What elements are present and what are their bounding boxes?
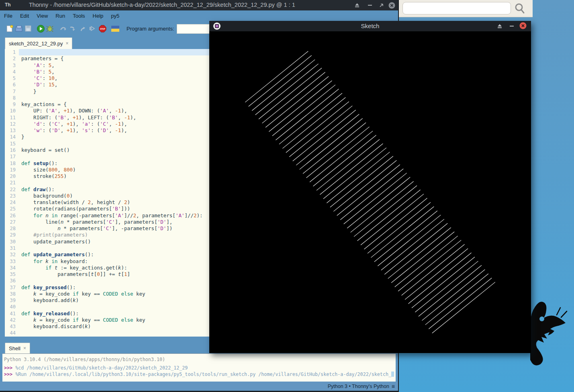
sketch-canvas[interactable] — [209, 31, 531, 353]
step-out-icon — [79, 24, 87, 33]
shell-line: >>> %cd /home/villares/GitHub/sketch-a-d… — [4, 365, 396, 372]
menu-file[interactable]: File — [4, 13, 12, 19]
line-number: 17 — [5, 153, 19, 160]
shell-tab-close-icon[interactable]: × — [23, 345, 26, 351]
mouse-silhouette — [530, 297, 574, 378]
line-number: 44 — [5, 330, 19, 336]
line-number: 11 — [5, 114, 19, 121]
desktop: Th Thonny - /home/villares/GitHub/sketch… — [0, 0, 574, 392]
svg-text:STOP: STOP — [100, 28, 105, 30]
line-number: 24 — [5, 199, 19, 206]
line-number: 23 — [5, 193, 19, 199]
program-arguments-label: Program arguments: — [127, 26, 174, 32]
menu-tools[interactable]: Tools — [73, 13, 85, 19]
save-file-icon — [24, 24, 32, 33]
search-icon[interactable] — [514, 3, 525, 14]
editor-tab-label: sketch_2022_12_29.py — [9, 41, 63, 47]
interpreter-status[interactable]: Python 3 • Thonny's Python — [328, 384, 389, 389]
close-icon[interactable] — [388, 2, 395, 8]
line-number: 30 — [5, 239, 19, 245]
debug-script-icon[interactable] — [46, 24, 54, 33]
line-number: 37 — [5, 284, 19, 291]
thonny-titlebar[interactable]: Th Thonny - /home/villares/GitHub/sketch… — [0, 0, 398, 10]
line-number: 2 — [5, 55, 19, 62]
line-number: 26 — [5, 212, 19, 219]
step-into-icon — [69, 24, 77, 33]
line-number: 8 — [5, 95, 19, 101]
line-number: 25 — [5, 206, 19, 212]
line-number: 6 — [5, 82, 19, 88]
line-number: 34 — [5, 265, 19, 271]
line-number: 39 — [5, 297, 19, 304]
thonny-app-icon: Th — [5, 2, 11, 8]
hatch-lines — [209, 31, 531, 353]
stop-reset-icon[interactable]: STOP — [98, 24, 106, 33]
menu-view[interactable]: View — [37, 13, 48, 19]
ukraine-flag-icon[interactable] — [111, 24, 119, 33]
line-number: 22 — [5, 186, 19, 193]
line-number: 21 — [5, 180, 19, 186]
shell-tab-label: Shell — [9, 345, 20, 351]
menu-edit[interactable]: Edit — [20, 13, 29, 19]
menu-py5[interactable]: py5 — [111, 13, 119, 19]
line-number: 3 — [5, 62, 19, 69]
menu-bar: FileEditViewRunToolsHelppy5 — [0, 10, 398, 21]
tab-shell[interactable]: Shell × — [5, 343, 30, 353]
status-bar: Python 3 • Thonny's Python ≡ — [0, 382, 398, 391]
line-number: 31 — [5, 245, 19, 251]
run-script-icon[interactable] — [37, 24, 45, 33]
line-number: 16 — [5, 147, 19, 153]
menu-run[interactable]: Run — [55, 13, 65, 19]
hamburger-menu-icon[interactable]: ≡ — [392, 383, 395, 390]
minimize-icon[interactable] — [366, 2, 374, 8]
sketch-window: Sketch — [209, 21, 531, 353]
shade-icon[interactable] — [353, 2, 361, 8]
line-number: 32 — [5, 251, 19, 258]
shell-line: Python 3.10.4 (/home/villares/apps/thonn… — [4, 356, 396, 363]
line-number: 43 — [5, 323, 19, 330]
line-number: 10 — [5, 108, 19, 114]
line-number: 1 — [5, 49, 19, 55]
line-number: 15 — [5, 141, 19, 147]
maximize-icon[interactable] — [378, 2, 385, 8]
line-number: 29 — [5, 232, 19, 238]
shell-line: >>> %Run /home/villares/.local/lib/pytho… — [4, 371, 396, 378]
line-number: 28 — [5, 225, 19, 232]
sketch-close-icon[interactable] — [519, 22, 527, 29]
line-number: 13 — [5, 127, 19, 134]
line-number: 38 — [5, 291, 19, 297]
resume-icon — [88, 24, 96, 33]
line-number: 9 — [5, 101, 19, 108]
program-arguments-input[interactable] — [177, 24, 210, 34]
tab-sketch-file[interactable]: sketch_2022_12_29.py × — [5, 37, 72, 49]
sketch-shade-icon[interactable] — [496, 23, 503, 29]
line-number: 27 — [5, 219, 19, 225]
line-number: 4 — [5, 69, 19, 75]
line-number: 40 — [5, 304, 19, 310]
new-file-icon[interactable] — [6, 24, 14, 33]
line-number: 18 — [5, 160, 19, 167]
line-number: 36 — [5, 278, 19, 284]
line-number: 41 — [5, 310, 19, 317]
menu-help[interactable]: Help — [93, 13, 104, 19]
line-number: 7 — [5, 88, 19, 95]
thonny-window-title: Thonny - /home/villares/GitHub/sketch-a-… — [29, 2, 295, 8]
line-number: 5 — [5, 75, 19, 82]
line-number: 20 — [5, 173, 19, 180]
search-input[interactable] — [402, 2, 511, 14]
open-file-icon[interactable] — [15, 24, 23, 33]
line-number: 14 — [5, 134, 19, 140]
line-number: 35 — [5, 271, 19, 278]
shell-cursor — [391, 372, 394, 377]
line-number: 12 — [5, 121, 19, 127]
sketch-titlebar[interactable]: Sketch — [209, 21, 531, 31]
sketch-minimize-icon[interactable] — [508, 23, 515, 29]
search-panel-window — [399, 0, 533, 17]
line-number: 19 — [5, 167, 19, 173]
step-over-icon — [59, 24, 67, 33]
line-number: 33 — [5, 258, 19, 265]
sketch-window-title: Sketch — [209, 22, 531, 29]
shell-output[interactable]: Python 3.10.4 (/home/villares/apps/thonn… — [2, 353, 396, 382]
tab-close-icon[interactable]: × — [65, 41, 68, 46]
line-number: 42 — [5, 317, 19, 323]
